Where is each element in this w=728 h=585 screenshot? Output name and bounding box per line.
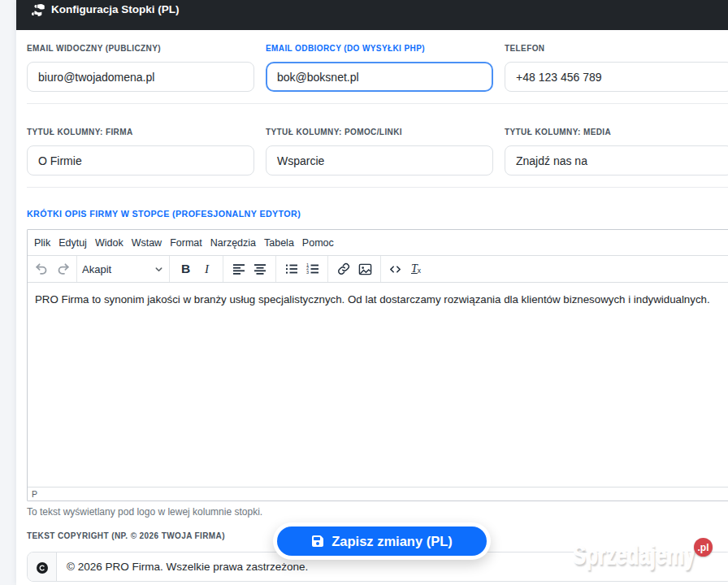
svg-text:3: 3 [306,270,309,275]
